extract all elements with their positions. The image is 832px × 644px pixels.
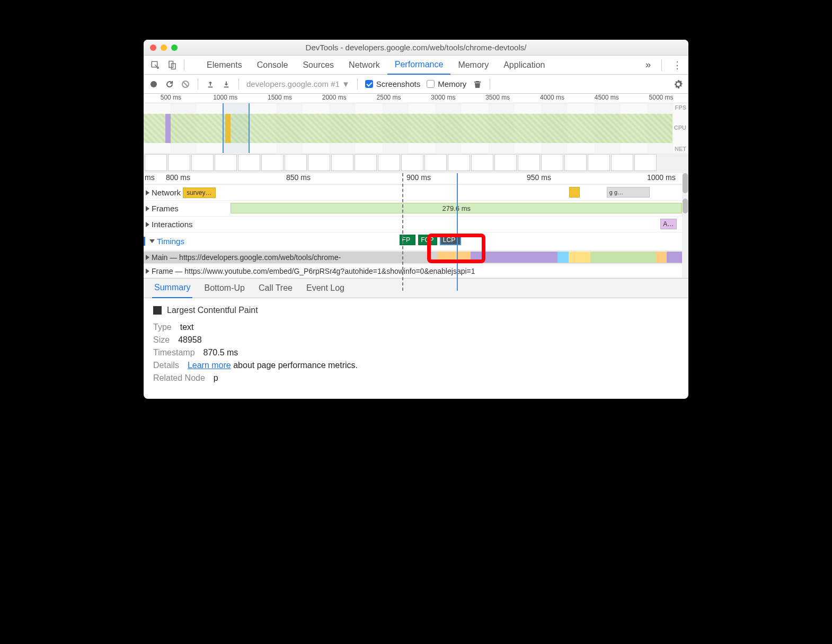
screenshots-checkbox[interactable]: Screenshots [365, 79, 420, 88]
divider [661, 59, 662, 71]
learn-more-link[interactable]: Learn more [188, 361, 231, 370]
thumbnail[interactable] [471, 154, 493, 171]
net-label: NET [675, 146, 686, 152]
det-tick: ms [144, 173, 165, 184]
thumbnail[interactable] [191, 154, 214, 171]
filmstrip [144, 153, 688, 173]
ov-tick: 2500 ms [361, 94, 416, 103]
screenshots-label: Screenshots [376, 79, 420, 88]
tab-application[interactable]: Application [496, 56, 552, 75]
row-title: Main — https://developers.google.com/web… [152, 253, 341, 262]
thumbnail[interactable] [401, 154, 423, 171]
thumbnail[interactable] [611, 154, 633, 171]
tab-sources[interactable]: Sources [295, 56, 341, 75]
ov-tick: 2000 ms [307, 94, 361, 103]
timing-fp[interactable]: FP [400, 235, 415, 245]
expand-icon[interactable] [146, 222, 149, 227]
recording-dropdown[interactable]: developers.google.com #1 ▼ [246, 79, 350, 88]
flame-chart[interactable]: ms 800 ms 850 ms 900 ms 950 ms 1000 ms N… [144, 173, 688, 278]
thumbnail[interactable] [588, 154, 610, 171]
gear-icon[interactable] [674, 79, 683, 89]
thumbnail[interactable] [168, 154, 190, 171]
thumbnail[interactable] [564, 154, 587, 171]
interaction-item[interactable]: A… [660, 219, 676, 229]
thumbnail[interactable] [634, 154, 657, 171]
row-title: Frame — https://www.youtube.com/embed/G_… [152, 267, 475, 275]
thumbnail[interactable] [215, 154, 237, 171]
scrollbar-thumb[interactable] [683, 173, 688, 193]
cpu-peak [165, 114, 171, 143]
overview-body[interactable]: FPS CPU NET [144, 103, 688, 173]
timing-lcp[interactable]: LCP [440, 235, 462, 245]
thumbnail[interactable] [261, 154, 284, 171]
row-frames[interactable]: Frames 279.6 ms [144, 201, 688, 217]
ov-tick: 4000 ms [525, 94, 580, 103]
trash-icon[interactable] [473, 79, 482, 89]
memory-checkbox[interactable]: Memory [427, 79, 466, 88]
scrollbar-track[interactable] [682, 173, 688, 278]
btab-event-log[interactable]: Event Log [304, 278, 347, 298]
scrollbar-thumb[interactable] [683, 199, 688, 213]
more-tabs-icon[interactable]: » [639, 59, 657, 70]
reload-icon[interactable] [165, 79, 174, 89]
tab-network[interactable]: Network [341, 56, 387, 75]
btab-call-tree[interactable]: Call Tree [256, 278, 295, 298]
record-icon[interactable] [149, 79, 158, 89]
expand-icon[interactable] [146, 206, 149, 211]
clear-icon[interactable] [181, 79, 190, 89]
chevron-down-icon: ▼ [342, 79, 350, 88]
timing-fcp[interactable]: FCP [418, 235, 437, 245]
btab-bottom-up[interactable]: Bottom-Up [202, 278, 246, 298]
thumbnail[interactable] [378, 154, 400, 171]
expand-icon[interactable] [146, 255, 149, 260]
network-item[interactable]: g g… [607, 187, 650, 198]
thumbnail[interactable] [145, 154, 167, 171]
ov-tick: 1500 ms [253, 94, 307, 103]
expand-icon[interactable] [146, 190, 149, 195]
window-title: DevTools - developers.google.com/web/too… [144, 43, 688, 52]
overview-strip[interactable]: 500 ms 1000 ms 1500 ms 2000 ms 2500 ms 3… [144, 94, 688, 173]
value-type: text [180, 323, 194, 332]
btab-summary[interactable]: Summary [152, 278, 192, 298]
det-tick: 850 ms [285, 173, 405, 184]
device-icon[interactable] [167, 60, 178, 70]
thumbnail[interactable] [308, 154, 330, 171]
thumbnail[interactable] [355, 154, 377, 171]
tab-performance[interactable]: Performance [387, 56, 451, 75]
thumbnail[interactable] [541, 154, 563, 171]
network-item[interactable] [569, 187, 580, 198]
thumbnail[interactable] [331, 154, 353, 171]
ov-tick: 4500 ms [579, 94, 634, 103]
cpu-label: CPU [674, 124, 686, 131]
thumbnail[interactable] [285, 154, 307, 171]
row-timings[interactable]: Timings FP FCP LCP [144, 232, 688, 251]
separator [198, 79, 198, 90]
panel-tabs: Elements Console Sources Network Perform… [199, 56, 637, 75]
row-frame[interactable]: Frame — https://www.youtube.com/embed/G_… [144, 264, 688, 278]
inspect-icon[interactable] [150, 60, 161, 70]
thumbnail[interactable] [518, 154, 540, 171]
tab-memory[interactable]: Memory [450, 56, 496, 75]
row-network[interactable]: Network survey… g g… [144, 185, 688, 201]
ov-tick: 3500 ms [471, 94, 525, 103]
upload-icon[interactable] [206, 79, 215, 89]
row-interactions[interactable]: Interactions A… [144, 217, 688, 232]
thumbnail[interactable] [424, 154, 447, 171]
row-title: Interactions [152, 220, 193, 229]
row-title: Frames [152, 204, 179, 213]
network-chip[interactable]: survey… [183, 187, 215, 198]
expand-icon[interactable] [146, 269, 149, 274]
value-related-node[interactable]: p [214, 373, 218, 383]
thumbnail[interactable] [494, 154, 517, 171]
row-main[interactable]: Main — https://developers.google.com/web… [144, 251, 688, 264]
value-size: 48958 [178, 335, 202, 345]
thumbnail[interactable] [448, 154, 470, 171]
tab-elements[interactable]: Elements [199, 56, 250, 75]
marker-current[interactable] [457, 173, 458, 291]
collapse-icon[interactable] [149, 239, 155, 243]
tab-console[interactable]: Console [250, 56, 296, 75]
thumbnail[interactable] [238, 154, 260, 171]
kebab-menu-icon[interactable]: ⋮ [666, 59, 688, 71]
label-related-node: Related Node [153, 373, 205, 383]
download-icon[interactable] [222, 79, 231, 89]
